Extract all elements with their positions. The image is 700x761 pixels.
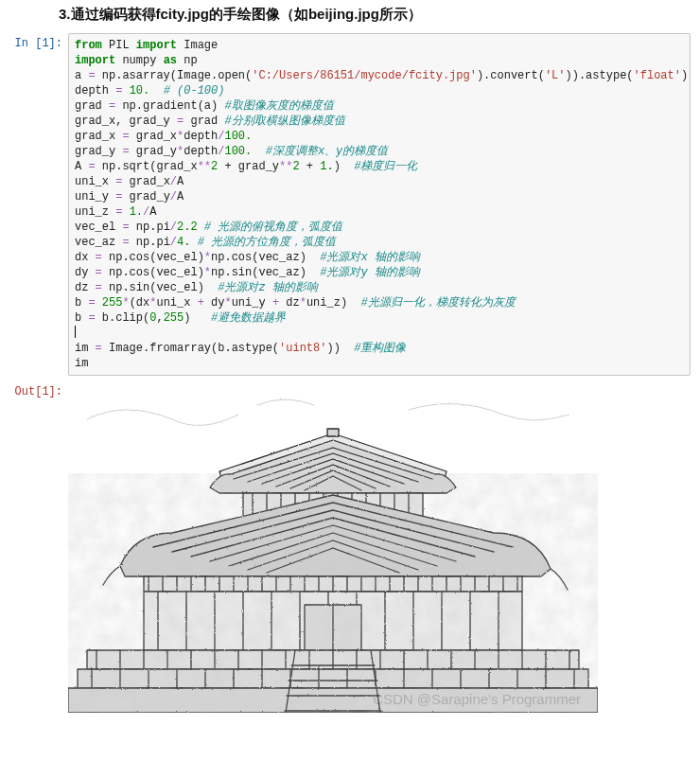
- code-line: dx = np.cos(vec_el)*np.cos(vec_az) #光源对x…: [75, 250, 684, 265]
- section-heading: 3.通过编码获得fcity.jpg的手绘图像（如beijing.jpg所示）: [0, 0, 700, 33]
- output-image: CSDN @Sarapine's Programmer: [68, 381, 598, 713]
- output-prompt: Out[1]:: [0, 381, 68, 398]
- code-line: vec_el = np.pi/2.2 # 光源的俯视角度，弧度值: [75, 220, 684, 235]
- code-line: uni_x = grad_x/A: [75, 174, 684, 189]
- code-line: a = np.asarray(Image.open('C:/Users/8615…: [75, 68, 684, 83]
- code-line: grad = np.gradient(a) #取图像灰度的梯度值: [75, 98, 684, 114]
- code-line: im: [75, 356, 684, 371]
- code-line: [75, 326, 684, 341]
- page: 3.通过编码获得fcity.jpg的手绘图像（如beijing.jpg所示） I…: [0, 0, 700, 718]
- svg-rect-9: [68, 495, 598, 713]
- code-line: A = np.sqrt(grad_x**2 + grad_y**2 + 1.) …: [75, 159, 684, 174]
- input-prompt: In [1]:: [0, 33, 68, 50]
- cursor-icon: [75, 326, 76, 338]
- code-line: from PIL import Image: [75, 38, 684, 53]
- code-line: import numpy as np: [75, 53, 684, 68]
- notebook-output-row: Out[1]:: [0, 381, 700, 718]
- code-cell[interactable]: from PIL import Image import numpy as np…: [68, 33, 691, 376]
- code-line: b = 255*(dx*uni_x + dy*uni_y + dz*uni_z)…: [75, 295, 684, 310]
- code-line: dy = np.cos(vec_el)*np.sin(vec_az) #光源对y…: [75, 265, 684, 280]
- code-line: uni_y = grad_y/A: [75, 189, 684, 204]
- code-line: grad_x, grad_y = grad #分别取横纵图像梯度值: [75, 114, 684, 129]
- code-line: uni_z = 1./A: [75, 204, 684, 220]
- svg-rect-1: [327, 429, 339, 436]
- code-line: dz = np.sin(vec_el) #光源对z 轴的影响: [75, 280, 684, 295]
- sketch-image-icon: [68, 381, 598, 713]
- code-line: vec_az = np.pi/4. # 光源的方位角度，弧度值: [75, 235, 684, 250]
- code-line: im = Image.fromarray(b.astype('uint8')) …: [75, 341, 684, 356]
- code-line: grad_y = grad_y*depth/100. #深度调整x、y的梯度值: [75, 144, 684, 159]
- code-line: b = b.clip(0,255) #避免数据越界: [75, 310, 684, 326]
- notebook-input-row: In [1]: from PIL import Image import num…: [0, 33, 700, 381]
- code-line: grad_x = grad_x*depth/100.: [75, 129, 684, 144]
- code-line: depth = 10. # (0-100): [75, 83, 684, 98]
